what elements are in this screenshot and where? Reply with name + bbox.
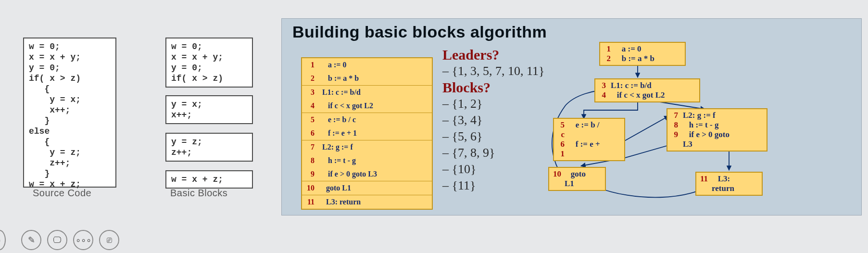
tac-group-4: 7L2: g := f 8 h := t - g 9 if e > 0 goto…	[302, 140, 432, 181]
tac-num	[553, 179, 560, 189]
tac-code: if c < x got L2	[611, 90, 665, 100]
cfg-node-1: 1 a := 0 2 b := a * b	[599, 42, 686, 66]
tac-group-6: 11 L3: return	[302, 195, 432, 209]
tac-num: 11	[305, 198, 314, 206]
more-button[interactable]: ∘∘∘	[73, 230, 93, 250]
tac-code: f := e +	[569, 139, 600, 149]
cfg-node-5: 10 goto L1	[548, 167, 606, 191]
tac-group-2: 3L1: c := b/d 4 if c < x got L2	[302, 85, 432, 113]
tac-group-3: 5 e := b / c 6 f := e + 1	[302, 113, 432, 140]
pen-icon: ✎	[28, 235, 35, 245]
tac-code: return	[712, 184, 734, 193]
tac-code: e := b / c	[322, 115, 356, 124]
more-icon: ∘∘∘	[75, 235, 91, 245]
tac-group-5: 10 goto L1	[302, 181, 432, 195]
tac-code: e := b /	[569, 120, 600, 130]
tac-num: 6	[558, 139, 565, 149]
slide-title: Building basic blocks algorithm	[292, 23, 547, 41]
tac-code: if e > 0 goto	[683, 130, 730, 139]
tac-num: c	[558, 130, 565, 139]
tac-group-1: 1 a := 0 2 b := a * b	[302, 58, 432, 85]
tac-code: a := 0	[322, 61, 346, 69]
tac-num: 2	[604, 54, 611, 63]
pen-button[interactable]: ✎	[21, 230, 41, 250]
tac-num: 1	[558, 149, 565, 159]
presenter-toolbar: ) ✎ 🖵 ∘∘∘ ⎚	[0, 230, 119, 250]
tac-code: goto	[565, 169, 586, 179]
no-screen-icon: ⎚	[107, 235, 112, 245]
tac-num: 8	[671, 120, 678, 130]
tac-code: goto L1	[322, 184, 351, 192]
tac-num: 6	[305, 129, 314, 138]
tac-num: 3	[305, 88, 314, 97]
tac-num: 7	[305, 143, 314, 152]
screen-button[interactable]: 🖵	[47, 230, 67, 250]
basic-block-2: y = x; x++;	[165, 95, 253, 124]
tac-code: L1	[565, 179, 574, 189]
tac-num	[671, 139, 678, 149]
tac-code: L1: c := b/d	[611, 81, 652, 90]
tac-num: 3	[599, 81, 606, 90]
end-show-button[interactable]: ⎚	[99, 230, 119, 250]
tac-num: 10	[305, 184, 314, 192]
tac-code: L3:	[712, 174, 730, 184]
tac-code: L2: g := f	[322, 143, 353, 152]
tac-code: L2: g := f	[683, 111, 716, 120]
tac-code: if e > 0 goto L3	[322, 170, 377, 178]
tac-num: 9	[305, 170, 314, 178]
tac-num: 4	[305, 101, 314, 110]
tac-num: 9	[671, 130, 678, 139]
tac-num: 8	[305, 156, 314, 165]
cfg-node-4: 7L2: g := f 8 h := t - g 9 if e > 0 goto…	[667, 108, 767, 152]
tac-num	[700, 184, 707, 193]
cfg-node-2: 3L1: c := b/d 4 if c < x got L2	[594, 78, 700, 102]
tac-code: if c < x got L2	[322, 101, 373, 110]
tac-num: 2	[305, 74, 314, 83]
tac-num: 1	[305, 61, 314, 69]
chevron-left-icon: )	[0, 235, 0, 245]
tac-num: 1	[604, 44, 611, 54]
monitor-icon: 🖵	[53, 235, 62, 245]
tac-num: 11	[700, 174, 707, 184]
tac-code: b := a * b	[322, 74, 359, 83]
basic-block-4: w = x + z;	[165, 170, 253, 189]
basic-block-1: w = 0; x = x + y; y = 0; if( x > z)	[165, 38, 253, 88]
tac-code: a := 0	[616, 44, 642, 54]
source-code-panel: w = 0; x = x + y; y = 0; if( x > z) { y …	[23, 38, 116, 188]
tac-code: h := t - g	[322, 156, 356, 165]
cfg-node-6: 11 L3: return	[695, 172, 763, 196]
basic-blocks-caption: Basic Blocks	[170, 188, 227, 199]
tac-code: L1: c := b/d	[322, 88, 361, 97]
basic-block-3: y = z; z++;	[165, 133, 253, 162]
cfg-node-3: 5 e := b / c 6 f := e + 1	[553, 118, 625, 161]
tac-num: 4	[599, 90, 606, 100]
tac-num: 5	[305, 115, 314, 124]
tac-code: f := e + 1	[322, 129, 357, 138]
tac-listing: 1 a := 0 2 b := a * b 3L1: c := b/d 4 if…	[301, 57, 433, 210]
tac-code: L3: return	[322, 198, 361, 206]
tac-num: 10	[553, 169, 560, 179]
tac-code: L3	[683, 139, 692, 149]
tac-num: 7	[671, 111, 678, 120]
tac-num: 5	[558, 120, 565, 130]
tac-code: h := t - g	[683, 120, 718, 130]
tac-code: b := a * b	[616, 54, 654, 63]
source-code-caption: Source Code	[33, 188, 91, 199]
prev-button[interactable]: )	[0, 230, 6, 250]
cfg-graph: 1 a := 0 2 b := a * b 3L1: c := b/d 4 if…	[546, 38, 854, 206]
algorithm-slide: Building basic blocks algorithm 1 a := 0…	[281, 18, 862, 215]
